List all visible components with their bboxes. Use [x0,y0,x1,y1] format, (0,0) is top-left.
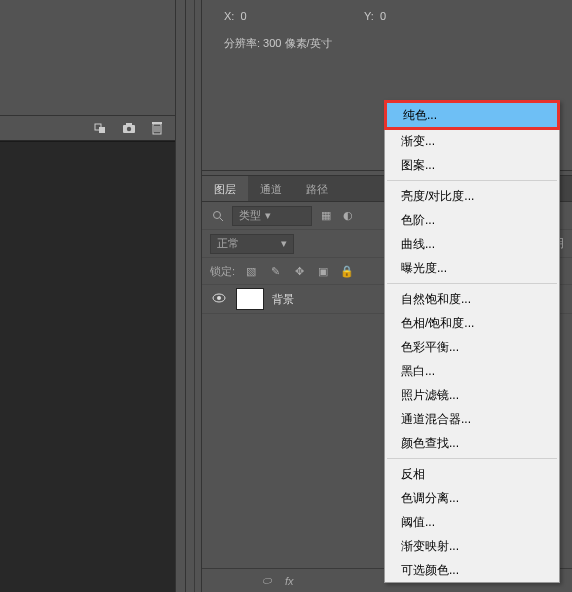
tab-layers[interactable]: 图层 [202,176,248,201]
svg-rect-3 [126,123,132,126]
menu-invert[interactable]: 反相 [385,462,559,486]
tab-channels[interactable]: 通道 [248,176,294,201]
menu-photo-filter[interactable]: 照片滤镜... [385,383,559,407]
blend-mode-value: 正常 [217,236,239,251]
link-icon[interactable]: ⬭ [262,574,271,587]
search-icon[interactable] [210,208,226,224]
layer-thumbnail[interactable] [236,288,264,310]
menu-curves[interactable]: 曲线... [385,232,559,256]
y-label: Y: [364,10,374,22]
menu-pattern[interactable]: 图案... [385,153,559,177]
menu-gradient-map[interactable]: 渐变映射... [385,534,559,558]
lock-artboard-icon[interactable]: ▣ [315,263,331,279]
menu-solid-color[interactable]: 纯色... [384,100,560,130]
filter-image-icon[interactable]: ▦ [318,208,334,224]
lock-all-icon[interactable]: 🔒 [339,263,355,279]
menu-exposure[interactable]: 曝光度... [385,256,559,280]
blend-mode-dropdown[interactable]: 正常 ▾ [210,234,294,254]
fx-icon[interactable]: fx [285,575,294,587]
tab-paths[interactable]: 路径 [294,176,340,201]
menu-color-balance[interactable]: 色彩平衡... [385,335,559,359]
menu-gradient[interactable]: 渐变... [385,129,559,153]
vertical-divider [175,0,186,592]
arrange-icon[interactable] [93,120,109,136]
svg-point-13 [217,296,221,300]
visibility-icon[interactable] [210,292,228,306]
menu-posterize[interactable]: 色调分离... [385,486,559,510]
svg-rect-6 [152,122,162,124]
doc-toolbar [0,115,175,141]
lock-move-icon[interactable]: ✥ [291,263,307,279]
menu-brightness[interactable]: 亮度/对比度... [385,184,559,208]
x-value: 0 [241,10,247,22]
lock-paint-icon[interactable]: ✎ [267,263,283,279]
camera-icon[interactable] [121,120,137,136]
menu-color-lookup[interactable]: 颜色查找... [385,431,559,455]
menu-separator [387,180,557,181]
lock-transparency-icon[interactable]: ▧ [243,263,259,279]
chevron-down-icon: ▾ [265,209,271,222]
filter-adjust-icon[interactable]: ◐ [340,208,356,224]
trash-icon[interactable] [149,120,165,136]
menu-channel-mixer[interactable]: 通道混合器... [385,407,559,431]
canvas-area[interactable] [0,141,175,592]
svg-rect-1 [99,127,105,133]
menu-separator [387,458,557,459]
x-label: X: [224,10,234,22]
menu-threshold[interactable]: 阈值... [385,510,559,534]
svg-point-4 [127,127,131,131]
menu-bw[interactable]: 黑白... [385,359,559,383]
svg-point-10 [214,211,221,218]
layer-name[interactable]: 背景 [272,292,294,307]
lock-label: 锁定: [210,264,235,279]
chevron-down-icon: ▾ [281,237,287,250]
filter-kind-label: 类型 [239,208,261,223]
filter-kind-dropdown[interactable]: 类型 ▾ [232,206,312,226]
menu-levels[interactable]: 色阶... [385,208,559,232]
panel-border [194,0,202,592]
menu-selective[interactable]: 可选颜色... [385,558,559,582]
fill-adjustment-menu: 纯色... 渐变... 图案... 亮度/对比度... 色阶... 曲线... … [384,100,560,583]
y-value: 0 [380,10,386,22]
left-panel [0,0,186,592]
menu-hue[interactable]: 色相/饱和度... [385,311,559,335]
menu-separator [387,283,557,284]
svg-line-11 [220,218,223,221]
resolution-text: 分辨率: 300 像素/英寸 [224,36,332,51]
menu-vibrance[interactable]: 自然饱和度... [385,287,559,311]
